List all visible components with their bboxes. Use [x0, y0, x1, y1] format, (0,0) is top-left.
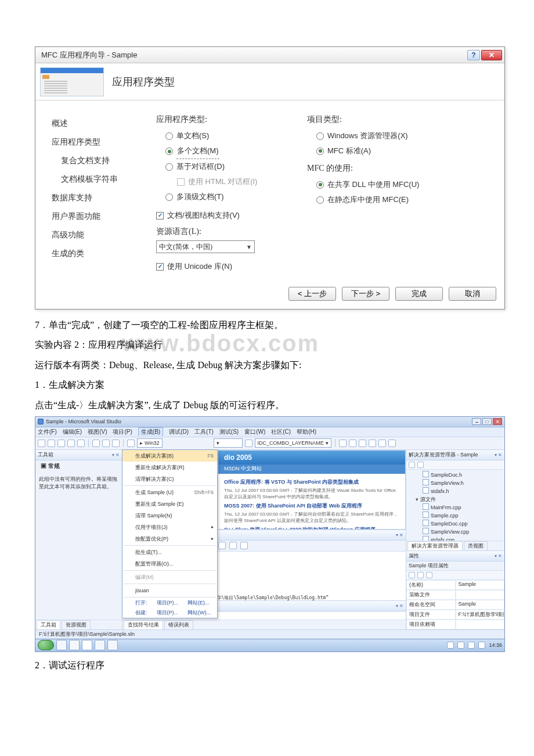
output-find-icon[interactable]	[240, 542, 248, 549]
next-button[interactable]: 下一步 >	[342, 287, 389, 301]
prop-cat-icon[interactable]	[409, 572, 415, 578]
prop-az-icon[interactable]	[417, 572, 424, 578]
minimize-button[interactable]: ‒	[472, 418, 481, 425]
tray-icon[interactable]	[478, 642, 485, 649]
task-item-paint[interactable]	[107, 640, 118, 650]
prop-ns-val[interactable]: Sample	[456, 600, 505, 610]
prop-policy-val[interactable]	[456, 590, 505, 600]
se-showall-icon[interactable]	[417, 462, 424, 468]
menu-debug[interactable]: 调试(D)	[169, 428, 189, 436]
tree-file[interactable]: SampleDoc.cpp	[409, 520, 502, 528]
tab-error-list[interactable]: 错误列表	[164, 620, 193, 629]
prop-file-val[interactable]: F:\计算机图形学\项目\Sam	[456, 610, 505, 620]
opt-singledoc[interactable]: 单文档(S)	[165, 128, 302, 143]
maximize-button[interactable]: □	[482, 418, 492, 425]
help-button[interactable]: ?	[467, 50, 480, 60]
registers-icon[interactable]	[388, 440, 396, 447]
tree-file[interactable]: MainFrm.cpp	[409, 503, 502, 512]
mi-create-project[interactable]: 项目(P)...	[157, 609, 179, 617]
mi-rebuild-sample[interactable]: 重新生成 Sample (E)	[122, 498, 217, 510]
tab-toolbox[interactable]: 工具箱	[37, 620, 60, 629]
pin-icon[interactable]: ▾ ✕	[495, 452, 502, 458]
build-icon[interactable]	[127, 440, 135, 447]
prev-button[interactable]: < 上一步	[288, 287, 336, 301]
nav-advanced[interactable]: 高级功能	[52, 226, 156, 244]
chk-docview[interactable]: 文档/视图结构支持(V)	[156, 208, 302, 223]
task-item-word[interactable]	[82, 640, 92, 650]
platform-combo[interactable]: ▸ Win32	[137, 438, 163, 448]
close-button[interactable]: ✕	[493, 418, 502, 425]
cut-icon[interactable]	[92, 440, 100, 447]
mi-create-website[interactable]: 网站(W)...	[187, 609, 211, 617]
se-properties-icon[interactable]	[409, 462, 415, 468]
mi-open-project[interactable]: 项目(P)...	[157, 599, 179, 607]
find-combo[interactable]: ▾	[214, 438, 243, 448]
prop-pages-icon[interactable]	[426, 572, 432, 578]
tree-file[interactable]: SampleView.cpp	[409, 528, 502, 536]
finish-button[interactable]: 完成	[395, 287, 443, 301]
tree-folder-src[interactable]: 源文件	[409, 495, 502, 503]
mi-clean-sample[interactable]: 清理 Sample(N)	[122, 510, 217, 521]
add-item-icon[interactable]	[48, 440, 55, 447]
save-icon[interactable]	[67, 440, 75, 447]
menu-community[interactable]: 社区(C)	[271, 428, 291, 436]
opt-static-lib[interactable]: 在静态库中使用 MFC(E)	[316, 192, 475, 207]
nav-compound[interactable]: 复合文档支持	[52, 152, 156, 170]
new-project-icon[interactable]	[38, 440, 45, 447]
open-icon[interactable]	[57, 440, 65, 447]
menu-tools[interactable]: 工具(T)	[194, 428, 214, 436]
chk-unicode[interactable]: 使用 Unicode 库(N)	[156, 259, 302, 274]
opt-toplevel[interactable]: 多顶级文档(T)	[165, 189, 302, 204]
tray-icon[interactable]	[457, 642, 464, 649]
menu-project[interactable]: 项目(P)	[113, 428, 132, 436]
tree-file[interactable]: stdafx.h	[409, 487, 502, 495]
close-button[interactable]: ✕	[481, 50, 502, 60]
output-clear-icon[interactable]	[218, 542, 226, 549]
menu-help[interactable]: 帮助(H)	[297, 428, 316, 436]
output-wrap-icon[interactable]	[229, 542, 237, 549]
nav-apptype[interactable]: 应用程序类型	[52, 133, 156, 152]
menu-edit[interactable]: 编辑(E)	[63, 428, 82, 436]
tab-resourceview[interactable]: 资源视图	[62, 620, 91, 629]
prop-dep-val[interactable]	[456, 620, 505, 629]
toolbox-group-general[interactable]: ▣ 常规	[38, 460, 120, 472]
prop-name-val[interactable]: Sample	[456, 580, 505, 590]
menu-view[interactable]: 视图(V)	[88, 428, 107, 436]
news-item-title[interactable]: C++ Plus: 使用 Visual C++ 2008 功能包加强 Windo…	[224, 526, 399, 530]
tbx2-icon[interactable]	[349, 440, 356, 447]
menu-test[interactable]: 测试(S)	[219, 428, 239, 436]
mi-build-sample[interactable]: 生成 Sample (U) Shift+F6	[122, 487, 217, 498]
find-icon[interactable]	[245, 440, 252, 447]
res-lang-combo[interactable]: 中文(简体，中国) ▼	[156, 240, 255, 253]
opt-shared-dll[interactable]: 在共享 DLL 中使用 MFC(U)	[316, 177, 475, 192]
tbx3-icon[interactable]	[359, 440, 366, 447]
hex-icon[interactable]	[378, 440, 386, 447]
nav-ui[interactable]: 用户界面功能	[52, 207, 156, 226]
copy-icon[interactable]	[102, 440, 110, 447]
mi-config-manager[interactable]: 配置管理器(O)...	[122, 558, 217, 570]
tab-solution-explorer[interactable]: 解决方案资源管理器	[407, 541, 463, 550]
tree-file[interactable]: Sample.cpp	[409, 512, 502, 520]
mi-rebuild-solution[interactable]: 重新生成解决方案(R)	[122, 462, 217, 473]
nav-doctemplate[interactable]: 文档模板字符串	[52, 170, 156, 189]
tbx-icon[interactable]	[339, 440, 347, 447]
paste-icon[interactable]	[112, 440, 120, 447]
mi-build-solution[interactable]: 生成解决方案(B) F6	[122, 450, 217, 462]
tray-icon[interactable]	[468, 642, 475, 649]
news-item-title[interactable]: MOSS 2007: 使用 SharePoint API 自动部署 Web 应用…	[224, 502, 399, 510]
msdn-bar[interactable]: MSDN 中文网站	[218, 465, 405, 474]
tree-file[interactable]: SampleView.h	[409, 479, 502, 487]
tray-icon[interactable]	[447, 642, 454, 649]
step-icon[interactable]	[369, 440, 376, 447]
mi-jisuan[interactable]: jisuan	[122, 585, 217, 596]
task-item-explorer[interactable]	[56, 640, 67, 650]
mi-open-website[interactable]: 网站(E)...	[187, 599, 210, 607]
start-button[interactable]	[38, 640, 54, 650]
pin-icon[interactable]: ▾ ✕	[396, 532, 403, 538]
pin-icon[interactable]: ▾ ✕	[396, 603, 403, 609]
news-item-title[interactable]: Office 应用程序: 将 VSTO 与 SharePoint 内容类型相集成	[224, 478, 399, 486]
opt-dialog[interactable]: 基于对话框(D)	[165, 159, 302, 174]
save-all-icon[interactable]	[77, 440, 85, 447]
nav-database[interactable]: 数据库支持	[52, 189, 156, 207]
opt-multidoc[interactable]: 多个文档(M)	[165, 143, 302, 159]
